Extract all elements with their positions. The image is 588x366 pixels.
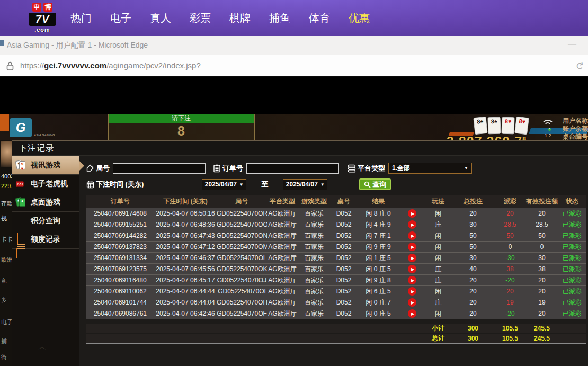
cell-total: 40: [451, 265, 495, 273]
cell-round: GD052254070OL: [217, 254, 267, 262]
cell-valid: 20: [525, 288, 558, 295]
nav-item[interactable]: 彩票: [190, 11, 211, 25]
avatar: [1, 141, 12, 167]
table-row: 2504070691235752025-04-07 06:45:56GD0522…: [86, 263, 586, 274]
sidebar-item-table-games[interactable]: ♣ ♦ 桌面游戏: [12, 193, 79, 212]
cell-status: 已派彩: [558, 276, 586, 285]
cell-order: 250407069174608: [86, 210, 154, 217]
cell-valid: 0: [525, 243, 558, 251]
table-row: 2504070691378232025-04-07 06:47:12GD0522…: [86, 241, 586, 252]
cell-round: GD052254070OH: [217, 299, 267, 306]
sidebar-item-credit-records[interactable]: 额度记录: [12, 230, 79, 249]
grandtotal-label: 总计: [425, 334, 451, 343]
cell-valid: 50: [525, 232, 558, 239]
platform-list-icon: [348, 164, 356, 173]
order-input[interactable]: [246, 163, 339, 174]
logo-badge-right: 博: [43, 3, 52, 12]
cell-play: ▶: [399, 276, 425, 285]
browser-url-bar[interactable]: https://gci.7vvvvvv.com/agingame/pcv2/in…: [0, 55, 588, 77]
cell-platform: AG欧洲厅: [267, 298, 298, 307]
left-strip: 4003229.存款视卡卡欧洲竞多电子捕街: [0, 140, 12, 366]
nav-item[interactable]: 体育: [309, 11, 330, 25]
cell-time: 2025-04-07 06:46:37: [154, 254, 217, 262]
date-to-select[interactable]: 2025/04/07 ▼: [283, 179, 327, 190]
table-header-row: 订单号下注时间 (美东)局号平台类型游戏类型桌号结果玩法总投注派彩有效投注额状态: [86, 195, 586, 208]
refresh-icon[interactable]: ↻: [573, 61, 586, 72]
play-video-button[interactable]: ▶: [408, 231, 416, 240]
query-button[interactable]: 查询: [359, 178, 391, 190]
round-label: 局号: [96, 164, 110, 173]
cell-ptype: 闲: [425, 231, 451, 240]
modal-title: 下注记录: [12, 141, 588, 156]
rank-numbers: 1 2: [545, 133, 551, 138]
cell-gtype: 百家乐: [298, 309, 331, 318]
play-video-button[interactable]: ▶: [408, 243, 416, 251]
round-input[interactable]: [113, 163, 206, 174]
play-video-button[interactable]: ▶: [408, 309, 416, 318]
cell-valid: 19: [525, 299, 558, 306]
column-header-payout: 派彩: [495, 197, 525, 206]
nav-item[interactable]: 真人: [150, 11, 171, 25]
cell-platform: AG欧洲厅: [267, 254, 298, 263]
nav-item[interactable]: 棋牌: [229, 11, 251, 25]
logo-com: .com: [25, 26, 59, 33]
table-row: 2504070691313342025-04-07 06:46:37GD0522…: [86, 252, 586, 263]
cell-result: 闲 0 庄 5: [357, 309, 399, 318]
cell-status: 已派彩: [558, 309, 586, 318]
cell-platform: AG欧洲厅: [267, 265, 298, 274]
lock-icon[interactable]: [6, 61, 14, 70]
cell-payout: 20: [495, 210, 525, 217]
dropdown-arrow-icon: ▼: [320, 182, 325, 187]
date-from-select[interactable]: 2025/04/07 ▼: [202, 179, 246, 190]
cell-result: 闲 1 庄 5: [357, 254, 399, 263]
casino-banner: G ASIA GAMING 请下注 8 8♠8♠8♥8♥ 3,807,360.7…: [0, 114, 588, 140]
cell-payout: 19: [495, 299, 525, 306]
cell-play: ▶: [399, 298, 425, 307]
play-video-button[interactable]: ▶: [408, 265, 416, 273]
sidebar-item-points-query[interactable]: 积分查询: [12, 212, 79, 230]
nav-item[interactable]: 优惠: [349, 11, 370, 25]
play-video-button[interactable]: ▶: [408, 298, 416, 307]
cell-ptype: 庄: [425, 265, 451, 274]
tag-icon: [86, 164, 94, 172]
cell-platform: AG欧洲厅: [267, 209, 298, 218]
subtotal-label: 小计: [425, 324, 451, 333]
nav-item[interactable]: 电子: [110, 11, 131, 25]
sidebar-item-label: 视讯游戏: [31, 160, 60, 170]
url-text[interactable]: https://gci.7vvvvvv.com/agingame/pcv2/in…: [20, 61, 201, 70]
table-row: 2504070691100622025-04-07 06:44:44GD0522…: [86, 285, 586, 297]
clipboard-icon: [213, 164, 221, 173]
play-video-button[interactable]: ▶: [408, 209, 416, 218]
cell-order: 250407069137823: [86, 243, 154, 251]
nav-item[interactable]: 热门: [70, 11, 92, 25]
cell-tableno: D052: [331, 265, 357, 273]
table-row: 2504070690867612025-04-07 06:42:46GD0522…: [86, 308, 586, 319]
column-header-ptype: 玩法: [425, 197, 451, 206]
cell-total: 20: [451, 288, 495, 295]
sidebar-item-video-games[interactable]: ♠ 9♥ 视讯游戏: [12, 156, 79, 175]
bet-timer-panel: 请下注 8: [108, 114, 255, 140]
window-favicon-icon: [0, 40, 4, 46]
sidebar-item-slots[interactable]: 777 电子老虎机: [12, 175, 79, 193]
cell-status: 已派彩: [558, 243, 586, 252]
cell-payout: -20: [495, 276, 525, 284]
cell-play: ▶: [399, 287, 425, 296]
cell-play: ▶: [399, 265, 425, 274]
nav-item[interactable]: 捕鱼: [269, 11, 290, 25]
play-video-button[interactable]: ▶: [408, 287, 416, 296]
cell-order: 250407069144282: [86, 232, 154, 239]
column-header-result: 结果: [357, 197, 399, 206]
cell-total: 30: [451, 254, 495, 262]
cell-result: 闲 4 庄 9: [357, 220, 399, 229]
cell-total: 50: [451, 243, 495, 251]
site-logo[interactable]: 申 博 7V .com: [25, 3, 59, 33]
cell-time: 2025-04-07 06:47:43: [154, 232, 217, 239]
platform-type-select[interactable]: 1.全部 ▼: [388, 163, 472, 174]
play-video-button[interactable]: ▶: [408, 276, 416, 284]
minimize-button[interactable]: —: [568, 39, 576, 49]
play-video-button[interactable]: ▶: [408, 220, 416, 229]
chevron-up-icon: ︿: [38, 342, 47, 353]
cell-play: ▶: [399, 220, 425, 229]
play-video-button[interactable]: ▶: [408, 254, 416, 262]
subtotal-row: 小计 300 105.5 245.5: [86, 324, 586, 333]
